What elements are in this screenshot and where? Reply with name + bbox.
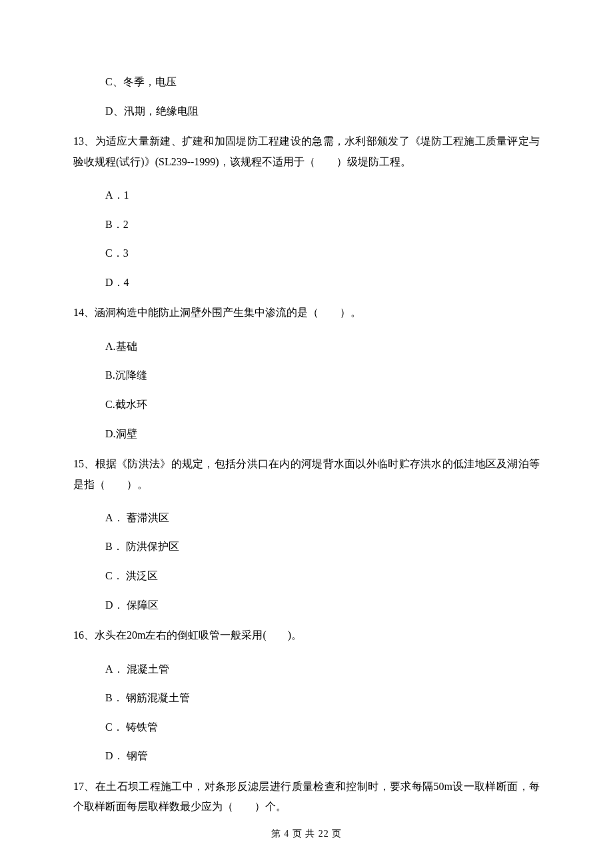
q15-option-c: C． 洪泛区 <box>73 567 540 585</box>
q13-option-d: D．4 <box>73 274 540 291</box>
question-15: 15、根据《防洪法》的规定，包括分洪口在内的河堤背水面以外临时贮存洪水的低洼地区… <box>73 454 540 495</box>
q16-option-d: D． 钢管 <box>73 747 540 765</box>
question-13: 13、为适应大量新建、扩建和加固堤防工程建设的急需，水利部颁发了《堤防工程施工质… <box>73 131 540 172</box>
question-17: 17、在土石坝工程施工中，对条形反滤层进行质量检查和控制时，要求每隔50m设一取… <box>73 777 540 817</box>
question-16: 16、水头在20m左右的倒虹吸管一般采用( )。 <box>73 625 540 645</box>
q16-option-b: B． 钢筋混凝土管 <box>73 689 540 707</box>
q15-option-b: B． 防洪保护区 <box>73 538 540 555</box>
q15-option-d: D． 保障区 <box>73 597 540 614</box>
q13-option-b: B．2 <box>73 216 540 233</box>
question-14: 14、涵洞构造中能防止洞壁外围产生集中渗流的是（ ）。 <box>73 303 540 323</box>
q15-option-a: A． 蓄滞洪区 <box>73 509 540 527</box>
page-content: C、冬季，电压 D、汛期，绝缘电阻 13、为适应大量新建、扩建和加固堤防工程建设… <box>0 0 613 817</box>
q14-option-d: D.洞壁 <box>73 425 540 443</box>
q13-option-c: C．3 <box>73 245 540 262</box>
q14-option-c: C.截水环 <box>73 396 540 413</box>
q14-option-a: A.基础 <box>73 338 540 355</box>
q16-option-c: C． 铸铁管 <box>73 719 540 736</box>
page-footer: 第 4 页 共 22 页 <box>0 828 613 840</box>
q14-option-b: B.沉降缝 <box>73 367 540 384</box>
option-d: D、汛期，绝缘电阻 <box>73 103 540 120</box>
option-c: C、冬季，电压 <box>73 73 540 91</box>
q13-option-a: A．1 <box>73 187 540 204</box>
q16-option-a: A． 混凝土管 <box>73 661 540 678</box>
